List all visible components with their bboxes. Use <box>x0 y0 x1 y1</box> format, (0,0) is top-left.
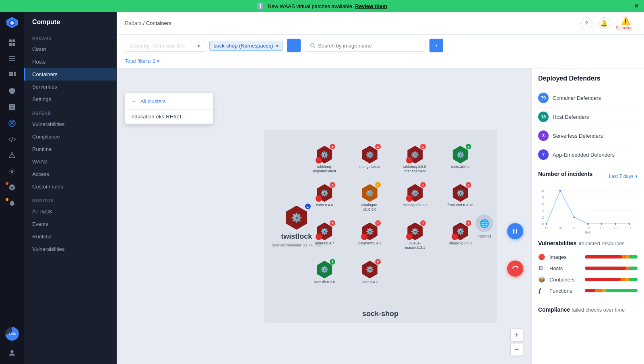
svg-text:0: 0 <box>542 222 544 226</box>
sidebar-item-runtime[interactable]: Runtime <box>24 143 116 155</box>
last7-arrow: ▾ <box>635 174 638 179</box>
svg-rect-14 <box>11 74 13 76</box>
nav-grid[interactable] <box>4 68 20 82</box>
namespace-label: sock-shop <box>362 310 398 318</box>
zoom-in-button[interactable]: + <box>510 329 523 341</box>
sidebar-item-vuln-mon[interactable]: Vulnerabilities <box>24 243 116 255</box>
container-node-c7[interactable]: ⚙️ 1 🚫 catalogue:0.3.5 <box>394 184 436 218</box>
filter-tag-remove[interactable]: × <box>275 43 279 49</box>
sidebar-item-custom-rules[interactable]: Custom rules <box>24 180 116 193</box>
vuln-row-images[interactable]: 🔴 Images <box>538 251 638 263</box>
container-node-c6[interactable]: ⚙️ 1 catalogue-db:0.3.0 <box>349 184 391 218</box>
nav-code[interactable] <box>4 132 20 147</box>
notification-link[interactable]: Review them <box>355 3 387 9</box>
node-label-c1: rabbitmq-exporter:latest <box>310 165 339 174</box>
node-label-c14: user:0.4.7 <box>362 280 378 284</box>
serverless-label: Serverless <box>32 84 57 90</box>
sidebar-item-settings[interactable]: Settings <box>24 93 116 105</box>
color-by-filter[interactable]: Color by: Vulnerabilities ▾ <box>125 40 205 52</box>
nav-user[interactable] <box>4 345 20 360</box>
progress-indicator[interactable]: 73% <box>5 327 19 341</box>
functions-label: Functions <box>549 288 582 294</box>
scanning-button[interactable]: ⚠️ Scanning... <box>616 16 636 30</box>
attck-label: ATT&CK <box>32 209 52 215</box>
logo[interactable] <box>6 16 19 29</box>
defender-row-hosts[interactable]: 18 Host Defenders <box>538 108 638 126</box>
defender-row-containers[interactable]: 79 Container Defenders <box>538 89 638 108</box>
zoom-out-button[interactable]: − <box>510 343 523 356</box>
cluster-item[interactable]: education-eks-RH6zT... <box>125 110 213 124</box>
sidebar-item-waas[interactable]: WAAS <box>24 155 116 168</box>
scan-icon: ⚠️ <box>621 16 631 26</box>
container-node-c12[interactable]: ⚙️ 1 🚫 shipping:0.4.8 <box>440 222 481 256</box>
svg-line-28 <box>10 154 12 157</box>
nav-radar[interactable] <box>4 116 20 130</box>
sidebar-item-vulnerabilities[interactable]: Vulnerabilities <box>24 118 116 130</box>
counter-c11: 1 <box>420 220 426 226</box>
svg-rect-5 <box>9 43 12 46</box>
nav-settings[interactable] <box>4 164 20 179</box>
sidebar-item-hosts[interactable]: Hosts <box>24 56 116 68</box>
gear-icon-c4: ⚙️ <box>456 151 464 159</box>
container-node-c5[interactable]: ⚙️ 1 🚫 carts:0.4.8 <box>304 184 345 218</box>
nav-dashboard[interactable] <box>4 35 20 50</box>
sidebar-item-runtime-mon[interactable]: Runtime <box>24 230 116 243</box>
nav-shield[interactable] <box>4 84 20 98</box>
block-icon-c3: 🚫 <box>406 157 413 163</box>
sidebar-item-events[interactable]: Events <box>24 218 116 230</box>
container-node-c2[interactable]: ⚙️ 2 mongo:latest <box>349 146 391 180</box>
filter-button[interactable] <box>287 39 301 52</box>
vuln-row-containers[interactable]: 📦 Containers <box>538 274 638 285</box>
containers-icon: 📦 <box>538 276 546 283</box>
svg-text:20: 20 <box>614 226 618 230</box>
container-node-c8[interactable]: ⚙️ 1 front-end:0.3.12 <box>440 184 481 218</box>
container-node-c11[interactable]: ⚙️ 1 🚫 queue-master:0.3.1 <box>394 222 436 256</box>
container-node-c4[interactable]: ⚙️ 1 redis:alpine <box>440 146 481 180</box>
breadcrumb-parent[interactable]: Radars <box>125 20 142 26</box>
nav-alerts[interactable] <box>4 180 20 195</box>
gear-icon-c10: ⚙️ <box>366 228 374 235</box>
container-node-c1[interactable]: ⚙️ 1 🚫 rabbitmq-exporter:latest <box>304 146 345 180</box>
container-node-c13[interactable]: ⚙️ 1 user-db:0.3.0 <box>304 261 345 291</box>
svg-point-32 <box>11 187 13 189</box>
container-node-c10[interactable]: ⚙️ 1 🚫 payment:0.4.3 <box>349 222 391 256</box>
node-label-c8: front-end:0.3.12 <box>448 203 473 207</box>
refresh-button[interactable] <box>507 261 523 277</box>
pause-button[interactable] <box>507 223 523 239</box>
notification-close[interactable]: × <box>635 2 638 10</box>
svg-text:21: 21 <box>627 226 632 230</box>
sidebar-item-serverless[interactable]: Serverless <box>24 81 116 93</box>
svg-point-31 <box>11 170 13 173</box>
search-input[interactable] <box>318 43 420 49</box>
help-button[interactable]: ? <box>580 17 592 29</box>
sidebar-item-cloud[interactable]: Cloud <box>24 43 116 56</box>
all-clusters-back[interactable]: ← All clusters <box>125 93 213 110</box>
nav-bell[interactable] <box>4 196 20 211</box>
nav-list[interactable] <box>4 52 20 66</box>
counter-c1: 1 <box>330 144 335 149</box>
vuln-row-hosts[interactable]: 🖥 Hosts <box>538 263 638 274</box>
namespace-filter-tag[interactable]: sock-shop (Namespaces) × <box>209 41 283 51</box>
nav-document[interactable] <box>4 100 20 114</box>
sidebar-item-containers[interactable]: Containers <box>24 68 116 81</box>
radar-area: ← All clusters education-eks-RH6zT... ⚙️ <box>117 68 531 364</box>
nav-forward-button[interactable]: › <box>429 39 443 52</box>
defender-row-serverless[interactable]: 3 Serverless Defenders <box>538 126 638 145</box>
last7-filter[interactable]: Last 7 days ▾ <box>609 174 638 179</box>
defender-row-app-embedded[interactable]: 7 App-Embedded Defenders <box>538 145 638 164</box>
vuln-row-functions[interactable]: ƒ Functions <box>538 285 638 296</box>
sidebar-item-compliance[interactable]: Compliance <box>24 130 116 143</box>
nav-network[interactable] <box>4 148 20 163</box>
container-node-c9[interactable]: ⚙️ 1 🚫 orders:0.4.7 <box>304 222 345 256</box>
containers-bar <box>585 278 638 281</box>
total-filters-arrow[interactable]: ▾ <box>157 58 159 64</box>
svg-rect-7 <box>9 56 15 57</box>
sidebar-item-attck[interactable]: ATT&CK <box>24 205 116 218</box>
block-icon-c11: 🚫 <box>406 234 413 240</box>
container-node-c14[interactable]: ⚙️ 5 user:0.4.7 <box>349 261 391 291</box>
incidents-section: Number of incidents Last 7 days ▾ 10 8 6 <box>538 171 638 234</box>
sidebar-item-access[interactable]: Access <box>24 168 116 180</box>
container-node-c3[interactable]: ⚙️ 1 🚫 rabbitmq:3.6.8-management <box>394 146 436 180</box>
notification-bell[interactable]: 🔔 <box>598 17 610 29</box>
total-filters-label[interactable]: Total filters: 2 <box>125 58 156 64</box>
